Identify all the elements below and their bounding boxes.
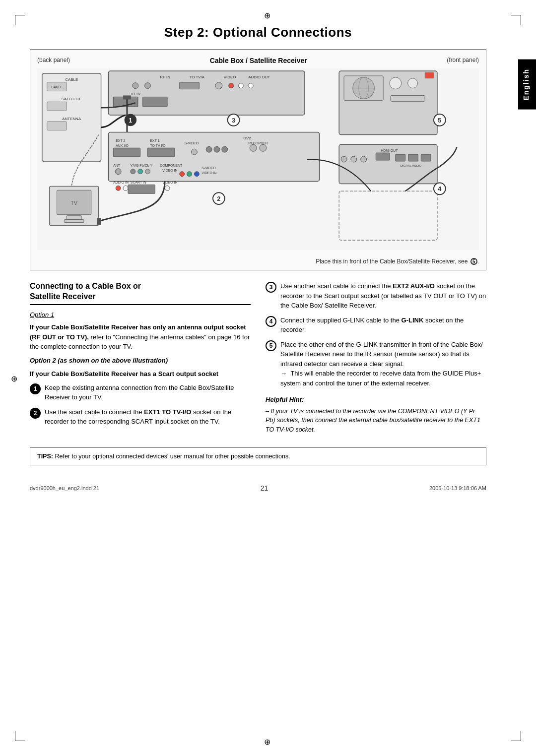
page-number: 21 [261,484,268,492]
svg-point-20 [248,83,253,88]
diagram-box: (back panel) Cable Box / Satellite Recei… [30,49,486,270]
svg-point-15 [145,83,151,89]
step-1-circle: 1 [30,383,41,394]
svg-point-79 [408,78,418,88]
hint-text: – If your TV is connected to the recorde… [266,407,486,435]
step-3-text: Use another scart cable to connect the E… [280,281,486,311]
svg-rect-72 [64,220,84,223]
svg-text:3: 3 [232,117,235,124]
reg-mark-top [264,11,272,19]
svg-text:VIDEO: VIDEO [224,75,236,79]
svg-text:RECORDER: RECORDER [248,141,268,145]
svg-text:TO TV: TO TV [131,92,140,96]
content-columns: Connecting to a Cable Box or Satellite R… [30,281,486,439]
svg-point-89 [361,156,367,162]
svg-point-44 [214,146,220,152]
svg-text:AUX-I/O: AUX-I/O [116,144,129,147]
svg-text:AUDIO OUT: AUDIO OUT [248,75,270,79]
step-5-text: Place the other end of the G-LINK transm… [280,340,486,388]
corner-mark-bl [15,731,25,741]
step-2-text: Use the scart cable to connect the EXT1 … [45,407,251,427]
svg-point-34 [260,144,267,151]
svg-point-54 [180,172,185,177]
svg-text:VIDEO IN: VIDEO IN [201,171,216,175]
svg-rect-81 [425,72,434,78]
diagram-area: CABLE CABLE SATELLITE ANTENNA RF IN TO T… [37,67,479,256]
page-title: Step 2: Optional Connections [30,25,486,40]
svg-rect-71 [67,216,81,220]
english-tab: English [518,60,536,110]
option1-text: If your Cable Box/Satellite Receiver has… [30,322,251,352]
svg-text:S-VIDEO: S-VIDEO [185,141,199,145]
connection-diagram: CABLE CABLE SATELLITE ANTENNA RF IN TO T… [37,67,479,251]
step-3: 3 Use another scart cable to connect the… [266,281,486,311]
svg-text:5: 5 [438,117,441,124]
step-1-text: Keep the existing antenna connection fro… [45,383,251,402]
svg-rect-80 [391,95,425,101]
svg-rect-97 [97,218,101,225]
tips-text: Refer to your optional connected devices… [55,453,290,460]
svg-rect-8 [47,122,67,130]
corner-mark-tl [15,15,25,25]
diagram-caption: Place this in front of the Cable Box/Sat… [37,258,479,265]
front-panel-label: (front panel) [447,57,479,63]
svg-point-78 [390,77,402,89]
hint-title: Helpful Hint: [266,395,486,405]
svg-text:EXT 2: EXT 2 [116,139,125,142]
back-panel-label: (back panel) [37,57,70,63]
reg-mark-left [11,374,19,382]
svg-point-17 [215,82,222,89]
option2-heading: If your Cable Box/Satellite Receiver has… [30,369,251,379]
svg-point-43 [206,146,212,152]
svg-text:ANTENNA: ANTENNA [62,117,81,121]
step-4: 4 Connect the supplied G-LINK cable to t… [266,315,486,335]
corner-mark-br [511,731,521,741]
svg-text:S-VIDEO: S-VIDEO [201,166,216,170]
svg-text:4: 4 [438,185,442,192]
svg-rect-98 [123,95,131,99]
svg-text:DIGITAL AUDIO: DIGITAL AUDIO [401,164,422,167]
svg-text:SATELLITE: SATELLITE [62,97,82,101]
svg-rect-16 [180,82,200,89]
svg-point-33 [250,144,257,151]
step-1: 1 Keep the existing antenna connection f… [30,383,251,402]
svg-point-49 [131,169,135,174]
option2-label: Option 2 (as shown on the above illustra… [30,356,251,366]
svg-point-14 [133,83,138,89]
step-2-circle: 2 [30,408,41,419]
svg-text:SCART IN: SCART IN [131,181,146,184]
svg-point-56 [194,172,199,177]
svg-text:COMPONENT: COMPONENT [160,164,183,167]
svg-text:HDMI OUT: HDMI OUT [381,149,398,152]
svg-text:TO TV/A: TO TV/A [190,75,205,79]
svg-text:TV: TV [70,200,78,206]
svg-point-61 [123,186,128,190]
step-4-circle: 4 [266,316,276,327]
footer: dvdr9000h_eu_eng2.indd 21 21 2005-10-13 … [30,480,486,492]
caption-num-circle: 5 [470,258,477,265]
left-column: Connecting to a Cable Box or Satellite R… [30,281,251,439]
cable-box-label: Cable Box / Satellite Receiver [210,57,307,64]
option1-label: Option 1 [30,310,251,320]
step-5-circle: 5 [266,340,276,351]
step-4-text: Connect the supplied G-LINK cable to the… [280,315,486,335]
svg-rect-40 [148,148,175,157]
helpful-hint: Helpful Hint: – If your TV is connected … [266,395,486,435]
tips-box: TIPS: Refer to your optional connected d… [30,447,486,465]
svg-point-42 [192,149,198,155]
svg-point-88 [351,156,357,162]
step-3-circle: 3 [266,282,276,293]
svg-text:CABLE: CABLE [65,77,78,82]
step-5: 5 Place the other end of the G-LINK tran… [266,340,486,388]
main-content: Step 2: Optional Connections (back panel… [30,25,506,492]
svg-text:AUDIO IN: AUDIO IN [113,181,129,184]
svg-point-87 [341,156,347,162]
corner-mark-tr [511,15,521,25]
footer-right: 2005-10-13 9:18:06 AM [429,485,486,491]
svg-point-51 [145,169,150,174]
diagram-header: (back panel) Cable Box / Satellite Recei… [37,57,479,64]
svg-text:DV2: DV2 [243,136,251,140]
svg-text:VIDEO IN: VIDEO IN [162,169,177,172]
svg-text:CABLE: CABLE [51,85,63,89]
section-heading: Connecting to a Cable Box or Satellite R… [30,281,251,305]
